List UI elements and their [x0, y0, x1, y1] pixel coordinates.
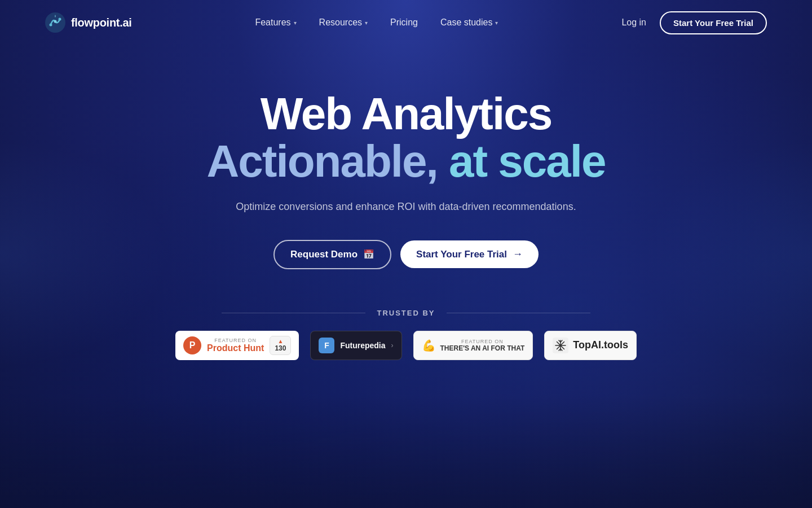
hero-title-actionable: Actionable,: [207, 136, 438, 186]
nav-pricing[interactable]: Pricing: [390, 17, 418, 28]
features-chevron-icon: ▾: [294, 20, 297, 26]
ph-text-wrap: FEATURED ON Product Hunt: [207, 338, 264, 353]
futurepedia-arrow-icon: ›: [391, 341, 394, 349]
product-hunt-icon: P: [183, 336, 201, 354]
futurepedia-icon: F: [319, 338, 334, 353]
ai-text-wrap: FEATURED ON THERE'S AN AI FOR THAT: [440, 339, 525, 352]
product-hunt-badge[interactable]: P FEATURED ON Product Hunt ▲ 130: [175, 331, 299, 360]
trusted-line-right: [447, 313, 591, 313]
nav-cta-button[interactable]: Start Your Free Trial: [660, 11, 767, 34]
ph-featured-text: FEATURED ON: [207, 338, 264, 343]
ph-inner: P FEATURED ON Product Hunt ▲ 130: [175, 331, 299, 360]
hero-buttons: Request Demo 📅 Start Your Free Trial →: [273, 240, 539, 269]
resources-chevron-icon: ▾: [365, 20, 368, 26]
trusted-line-left: [222, 313, 366, 313]
arrow-right-icon: →: [513, 248, 523, 260]
svg-point-3: [59, 18, 61, 21]
nav-case-studies[interactable]: Case studies ▾: [440, 17, 498, 28]
trusted-label: TRUSTED BY: [377, 309, 435, 317]
futurepedia-name: Futurepedia: [340, 341, 385, 350]
trusted-label-row: TRUSTED BY: [222, 309, 590, 317]
navbar: flowpoint.ai Features ▾ Resources ▾ Pric…: [0, 0, 812, 45]
logo-icon: [45, 12, 65, 33]
svg-point-1: [50, 24, 52, 27]
svg-point-13: [559, 344, 562, 347]
dumbbell-icon: 💪: [422, 339, 436, 352]
ph-name: Product Hunt: [207, 343, 264, 353]
nav-links: Features ▾ Resources ▾ Pricing Case stud…: [255, 17, 498, 28]
trusted-logos: P FEATURED ON Product Hunt ▲ 130 F: [175, 331, 637, 360]
logo-link[interactable]: flowpoint.ai: [45, 12, 132, 33]
nav-features[interactable]: Features ▾: [255, 17, 296, 28]
theres-an-ai-badge[interactable]: 💪 FEATURED ON THERE'S AN AI FOR THAT: [413, 331, 533, 360]
hero-title-scale: at scale: [449, 136, 606, 186]
calendar-icon: 📅: [363, 249, 374, 260]
start-trial-button[interactable]: Start Your Free Trial →: [400, 240, 539, 268]
ai-name: THERE'S AN AI FOR THAT: [440, 344, 525, 352]
topai-icon: [553, 338, 568, 353]
ai-featured-text: FEATURED ON: [440, 339, 525, 344]
ph-upvote: ▲ 130: [270, 336, 291, 355]
case-studies-chevron-icon: ▾: [495, 20, 498, 26]
hero-subtitle: Optimize conversions and enhance ROI wit…: [236, 199, 576, 215]
login-link[interactable]: Log in: [621, 17, 646, 28]
hero-section: Web Analytics Actionable, at scale Optim…: [0, 45, 812, 394]
nav-actions: Log in Start Your Free Trial: [621, 11, 767, 34]
trusted-section: TRUSTED BY P FEATURED ON Product Hunt ▲: [175, 309, 637, 360]
nav-resources[interactable]: Resources ▾: [319, 17, 368, 28]
futurepedia-badge[interactable]: F Futurepedia ›: [310, 331, 401, 360]
topai-name: TopAI.tools: [573, 339, 628, 351]
upvote-arrow-icon: ▲: [277, 339, 283, 344]
topai-badge[interactable]: TopAI.tools: [544, 331, 637, 360]
hero-title-line1: Web Analytics: [261, 90, 551, 138]
request-demo-button[interactable]: Request Demo 📅: [273, 240, 391, 269]
ph-count: 130: [275, 344, 286, 352]
svg-point-2: [54, 20, 57, 23]
brand-name: flowpoint.ai: [71, 16, 132, 29]
hero-title-line2: Actionable, at scale: [207, 138, 606, 185]
